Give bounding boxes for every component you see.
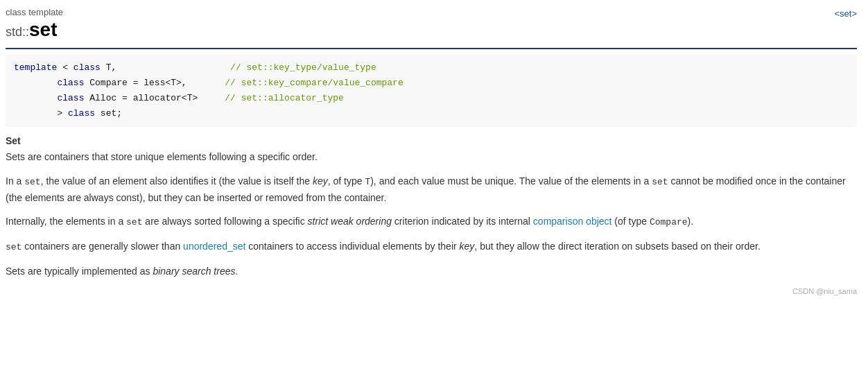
code-block: template < class T, // set::key_type/val… [6, 55, 857, 127]
section-title: Set [6, 135, 857, 146]
para-5: Sets are typically implemented as binary… [6, 264, 857, 279]
unordered-set-link[interactable]: unordered_set [183, 241, 245, 252]
para-1: Sets are containers that store unique el… [6, 149, 857, 164]
std-prefix: std:: [6, 25, 29, 39]
para-2: In a set, the value of an element also i… [6, 173, 857, 205]
watermark: CSDN @niu_sama [6, 287, 857, 295]
page-title: std::set [6, 19, 63, 41]
comparison-object-link[interactable]: comparison object [533, 216, 612, 227]
set-link[interactable]: <set> [834, 8, 857, 19]
set-title: set [29, 19, 57, 40]
para-4: set containers are generally slower than… [6, 239, 857, 255]
class-label: class template [6, 7, 63, 17]
divider [6, 48, 857, 49]
para-3: Internally, the elements in a set are al… [6, 214, 857, 230]
